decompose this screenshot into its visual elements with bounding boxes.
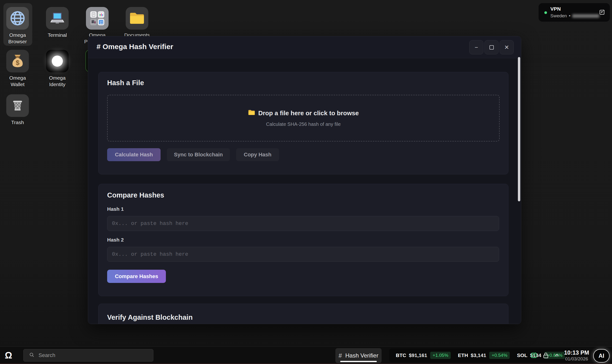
globe-icon — [6, 7, 29, 30]
file-dropzone[interactable]: Drop a file here or click to browse Calc… — [107, 95, 500, 142]
icon-label: Wallet — [0, 81, 36, 88]
laptop-icon — [46, 7, 69, 30]
ai-button[interactable]: AI — [593, 349, 610, 363]
time: 10:13 PM — [564, 349, 589, 356]
search-input[interactable] — [38, 352, 145, 359]
ticker-change-badge: +0.54% — [489, 352, 510, 359]
identity-orb-icon — [46, 50, 69, 72]
vpn-status-dot — [544, 11, 547, 14]
copy-hash-button[interactable]: Copy Hash — [236, 148, 279, 161]
ticker-symbol: ETH — [458, 352, 468, 358]
compare-hashes-card: Compare Hashes Hash 1 Hash 2 Compare Has… — [98, 184, 508, 296]
desktop-icon-omega-identity[interactable]: OmegaIdentity — [39, 50, 75, 88]
desktop: OmegaBrowser Terminal — [0, 0, 612, 364]
money-bag-icon: $ — [6, 50, 29, 72]
window-title: # Omega Hash Verifier — [96, 43, 173, 51]
lock-icon[interactable] — [542, 347, 549, 364]
vpn-widget[interactable]: VPN Sweden • — [539, 3, 610, 22]
vpn-log-icon[interactable] — [599, 9, 606, 17]
hash2-label: Hash 2 — [107, 237, 124, 243]
ticker-symbol: BTC — [396, 352, 406, 358]
hash1-input[interactable] — [107, 216, 499, 231]
close-icon: ✕ — [504, 44, 509, 51]
icon-label: Omega — [39, 75, 75, 81]
icon-label: Browser — [0, 38, 36, 45]
close-button[interactable]: ✕ — [500, 40, 514, 54]
hash-file-heading: Hash a File — [107, 79, 144, 87]
desktop-icon-terminal[interactable]: Terminal — [39, 7, 75, 38]
hash-verifier-window: # Omega Hash Verifier − ✕ Hash a File — [88, 36, 521, 324]
compare-hashes-button[interactable]: Compare Hashes — [107, 270, 166, 283]
date: 01/03/2026 — [565, 356, 588, 362]
chevron-up-icon[interactable] — [554, 347, 560, 364]
icon-label: Identity — [39, 81, 75, 88]
ticker-symbol: SOL — [517, 352, 527, 358]
vpn-title: VPN — [550, 6, 561, 12]
maximize-icon — [490, 45, 494, 50]
vpn-redacted-ip — [572, 14, 599, 18]
search-icon — [29, 352, 35, 359]
taskbar: Ω # Hash Verifier BTC $91,161 +1.05% ETH… — [0, 346, 612, 364]
desktop-icon-documents[interactable]: Documents — [119, 7, 155, 38]
desktop-icon-omega-wallet[interactable]: $ OmegaWallet — [0, 50, 36, 88]
window-titlebar[interactable]: # Omega Hash Verifier − ✕ — [88, 36, 521, 58]
ticker-btc: BTC $91,161 +1.05% — [396, 352, 451, 359]
compare-heading: Compare Hashes — [107, 191, 164, 199]
icon-label: Trash — [0, 119, 36, 126]
calculate-hash-button[interactable]: Calculate Hash — [107, 148, 160, 161]
active-task-indicator — [340, 361, 377, 362]
folder-icon — [248, 109, 255, 117]
window-scrollbar[interactable] — [518, 57, 520, 201]
svg-text:$: $ — [16, 59, 19, 66]
trash-icon — [6, 94, 29, 117]
hash2-input[interactable] — [107, 247, 499, 262]
ticker-eth: ETH $3,141 +0.54% — [458, 352, 510, 359]
svg-text:3 4: 3 4 — [100, 22, 103, 25]
clock[interactable]: 10:13 PM 01/03/2026 — [561, 347, 592, 364]
minimize-button[interactable]: − — [469, 40, 483, 54]
hash-icon: # — [338, 352, 342, 359]
desktop-icon-trash[interactable]: Trash — [0, 94, 36, 126]
hash-file-card: Hash a File Drop a file here or click to… — [98, 72, 508, 174]
taskbar-task-hash-verifier[interactable]: # Hash Verifier — [335, 348, 382, 363]
news-log-icon[interactable] — [530, 347, 538, 364]
vpn-location: Sweden — [550, 13, 567, 19]
dropzone-title: Drop a file here or click to browse — [258, 109, 359, 117]
sync-to-blockchain-button[interactable]: Sync to Blockchain — [167, 148, 230, 161]
ticker-price: $91,161 — [409, 352, 427, 358]
verify-heading: Verify Against Blockchain — [107, 313, 193, 321]
ticker-price: $3,141 — [471, 352, 486, 358]
omega-logo[interactable]: Ω — [5, 347, 12, 364]
hash1-label: Hash 1 — [107, 206, 124, 212]
desktop-icon-omega-browser[interactable]: OmegaBrowser — [0, 7, 36, 45]
verify-blockchain-card: Verify Against Blockchain — [98, 304, 508, 324]
maximize-button[interactable] — [484, 40, 499, 54]
vpn-separator: • — [569, 13, 571, 19]
dropzone-subtitle: Calculate SHA-256 hash of any file — [266, 121, 341, 127]
minimize-icon: − — [475, 44, 478, 51]
search-bar[interactable] — [23, 349, 153, 362]
ticker-change-badge: +1.05% — [430, 352, 451, 359]
icon-label: Omega — [0, 32, 36, 38]
folder-icon — [126, 7, 148, 30]
icon-label: Terminal — [39, 32, 75, 38]
task-label: Hash Verifier — [345, 352, 378, 359]
window-content: Hash a File Drop a file here or click to… — [88, 58, 521, 324]
app-grid-icon: 1 2 3 4 — [86, 7, 108, 30]
icon-label: Omega — [0, 75, 36, 81]
